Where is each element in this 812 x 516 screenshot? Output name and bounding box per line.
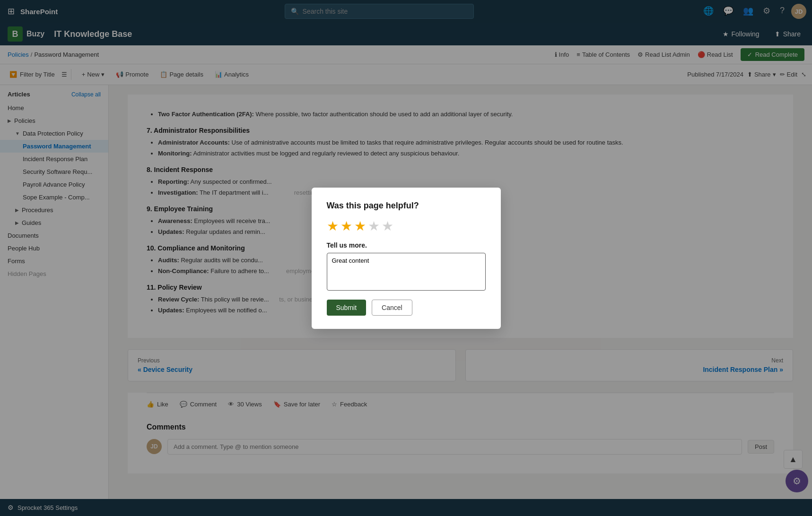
- star-1[interactable]: ★: [327, 218, 339, 234]
- star-3[interactable]: ★: [354, 218, 366, 234]
- tell-more-label: Tell us more.: [327, 241, 486, 249]
- star-rating[interactable]: ★ ★ ★ ★ ★: [327, 218, 486, 234]
- cancel-button[interactable]: Cancel: [372, 300, 412, 316]
- modal-overlay: Was this page helpful? ★ ★ ★ ★ ★ Tell us…: [0, 0, 812, 516]
- star-5[interactable]: ★: [382, 218, 393, 234]
- modal-title: Was this page helpful?: [327, 201, 486, 211]
- submit-button[interactable]: Submit: [327, 300, 367, 316]
- feedback-modal: Was this page helpful? ★ ★ ★ ★ ★ Tell us…: [312, 188, 501, 329]
- star-4[interactable]: ★: [368, 218, 380, 234]
- feedback-textarea[interactable]: Great content: [327, 253, 486, 291]
- modal-actions: Submit Cancel: [327, 300, 486, 316]
- star-2[interactable]: ★: [341, 218, 352, 234]
